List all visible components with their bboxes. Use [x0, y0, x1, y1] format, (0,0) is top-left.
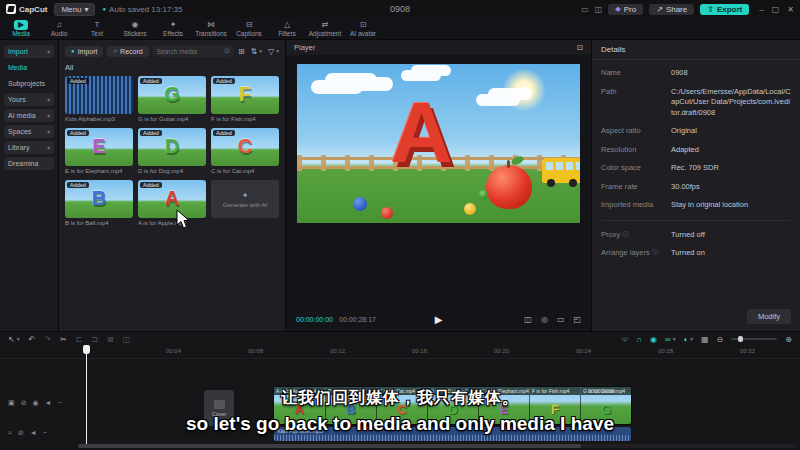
media-item-d-dog[interactable]: AddedD D is for Dog.mp4: [138, 128, 206, 174]
menu-button[interactable]: Menu ▾: [54, 3, 95, 16]
sort-button[interactable]: ⇅▾: [251, 47, 262, 56]
media-item-c-cat[interactable]: AddedC C is for Cat.mp4: [211, 128, 279, 174]
view-grid-icon[interactable]: ⊞: [238, 47, 245, 56]
media-item-kids-alphabet[interactable]: Added Kids Alphabet.mp3: [65, 76, 133, 122]
tab-filters[interactable]: △Filters: [268, 20, 306, 38]
import-button[interactable]: ●Import: [65, 46, 103, 57]
info-icon: ⓘ: [622, 230, 629, 239]
ruler-tick: 00:16: [412, 348, 427, 354]
video-thumbnail: AddedA: [138, 180, 206, 218]
record-button[interactable]: ○Record: [107, 46, 148, 57]
detail-label: Frame rate: [601, 182, 663, 191]
tab-stickers[interactable]: ◉Stickers: [116, 20, 154, 38]
ball-graphic: [381, 207, 393, 219]
detail-value-aspect-ratio: Original: [671, 126, 697, 137]
media-item-b-ball[interactable]: AddedB B is for Ball.mp4: [65, 180, 133, 226]
redo-button[interactable]: ↷: [44, 335, 51, 344]
mirror-clip-button[interactable]: ◫: [123, 335, 131, 344]
sidebar-item-spaces[interactable]: Spaces▾: [4, 125, 54, 138]
diamond-icon: ◆: [615, 5, 620, 13]
added-badge: Added: [213, 130, 235, 136]
linking-toggle[interactable]: ∞▾: [665, 335, 675, 344]
preview-axis-toggle[interactable]: ◐▾: [683, 335, 693, 344]
tab-audio[interactable]: ♫Audio: [40, 20, 78, 38]
snapping-toggle-icon[interactable]: ◉: [650, 335, 657, 344]
sidebar-item-media[interactable]: Media: [4, 61, 54, 74]
tab-media[interactable]: ▶Media: [2, 20, 40, 38]
mask-view-icon[interactable]: ▦: [701, 335, 709, 344]
expand-panel-icon[interactable]: ⊡: [577, 43, 583, 52]
maximize-button[interactable]: ▢: [772, 5, 780, 14]
tab-effects[interactable]: ✦Effects: [154, 20, 192, 38]
sticker-icon: ◉: [132, 20, 139, 30]
chevron-down-icon: ▾: [673, 336, 676, 342]
filter-button[interactable]: ▽▾: [268, 47, 279, 56]
sort-icon: ⇅: [251, 47, 258, 56]
mirror-preview-icon[interactable]: ◫: [524, 315, 532, 324]
sidebar-item-subprojects[interactable]: Subprojects: [4, 77, 54, 90]
search-input[interactable]: [157, 48, 222, 55]
horizontal-scrollbar[interactable]: [78, 444, 796, 448]
tab-text[interactable]: TText: [78, 20, 116, 38]
pro-button[interactable]: ◆ Pro: [608, 4, 643, 15]
details-panel: Details Name0908 PathC:/Users/Emersse/Ap…: [592, 40, 800, 331]
detail-label: Proxy: [601, 230, 620, 239]
sidebar-item-ai-media[interactable]: AI media▾: [4, 109, 54, 122]
sidebar-item-dreamina[interactable]: Dreamina: [4, 157, 54, 170]
media-item-g-guitar[interactable]: AddedG G is for Guitar.mp4: [138, 76, 206, 122]
search-box[interactable]: ⊙: [153, 45, 234, 57]
close-button[interactable]: ✕: [787, 5, 794, 14]
select-tool-button[interactable]: ↖▾: [8, 335, 19, 344]
media-panel: ●Import ○Record ⊙ ⊞ ⇅▾ ▽▾ All Added Kids…: [59, 40, 285, 331]
tab-adjustment[interactable]: ⇄Adjustment: [306, 20, 344, 38]
record-voiceover-icon[interactable]: Ψ: [622, 335, 629, 344]
share-button[interactable]: ↗ Share: [649, 4, 694, 15]
tab-transitions[interactable]: ⋈Transitions: [192, 20, 230, 38]
zoom-slider-handle[interactable]: [738, 336, 743, 342]
added-badge: Added: [67, 130, 89, 136]
zoom-out-button[interactable]: ⊖: [717, 335, 724, 344]
undo-button[interactable]: ↶: [28, 335, 35, 344]
export-button[interactable]: ⇧ Export: [700, 4, 749, 15]
media-item-a-apple[interactable]: AddedA A is for Apple.mp4: [138, 180, 206, 226]
audio-icon: ♫: [56, 20, 62, 30]
snapshot-icon[interactable]: ◎: [541, 315, 548, 324]
ruler-tick: 00:08: [248, 348, 263, 354]
layout-toggle-icon[interactable]: ▭: [581, 5, 589, 14]
video-preview[interactable]: A: [297, 64, 580, 223]
video-thumbnail: AddedD: [138, 128, 206, 166]
minimize-button[interactable]: –: [759, 5, 763, 14]
media-grid: Added Kids Alphabet.mp3 AddedG G is for …: [65, 76, 279, 226]
panel-toggle-icon[interactable]: ◫: [595, 5, 603, 14]
split-button[interactable]: ✂: [60, 335, 67, 344]
school-bus-graphic: [542, 158, 580, 183]
timeline-ruler[interactable]: 00:04 00:08 00:12 00:16 00:20 00:24 00:2…: [0, 346, 800, 359]
fullscreen-icon[interactable]: ◰: [573, 315, 581, 324]
media-item-f-fish[interactable]: AddedF F is for Fish.mp4: [211, 76, 279, 122]
trim-right-button[interactable]: ⊐: [91, 335, 98, 344]
apple-graphic: [486, 165, 532, 209]
generate-with-ai-card[interactable]: ✦ Generate with AI: [211, 180, 279, 226]
zoom-in-button[interactable]: ⊕: [785, 335, 792, 344]
sparkle-icon: ✦: [242, 191, 249, 200]
sidebar-item-import[interactable]: Import▾: [4, 45, 54, 58]
scrollbar-thumb[interactable]: [78, 444, 581, 448]
trim-left-button[interactable]: ⊏: [76, 335, 83, 344]
ratio-icon[interactable]: ▭: [557, 315, 565, 324]
chevron-down-icon: ▾: [47, 129, 50, 135]
chevron-down-icon: ▾: [47, 49, 50, 55]
timeline-zoom-slider[interactable]: [731, 338, 777, 340]
sidebar-item-library[interactable]: Library▾: [4, 141, 54, 154]
delete-button[interactable]: ⊠: [107, 335, 114, 344]
media-section-all[interactable]: All: [65, 63, 279, 72]
detail-label: Aspect ratio: [601, 126, 663, 135]
media-item-e-elephant[interactable]: AddedE E is for Elephant.mp4: [65, 128, 133, 174]
modify-button[interactable]: Modify: [747, 309, 791, 324]
magnet-toggle-icon[interactable]: ∩: [636, 335, 642, 344]
tab-captions[interactable]: ⊟Captions: [230, 20, 268, 38]
play-button[interactable]: ▶: [435, 314, 443, 325]
tab-ai-avatar[interactable]: ⊡AI avatar: [344, 20, 382, 38]
cursor-icon: ↖: [8, 335, 15, 344]
detail-label: Resolution: [601, 145, 663, 154]
sidebar-item-yours[interactable]: Yours▾: [4, 93, 54, 106]
